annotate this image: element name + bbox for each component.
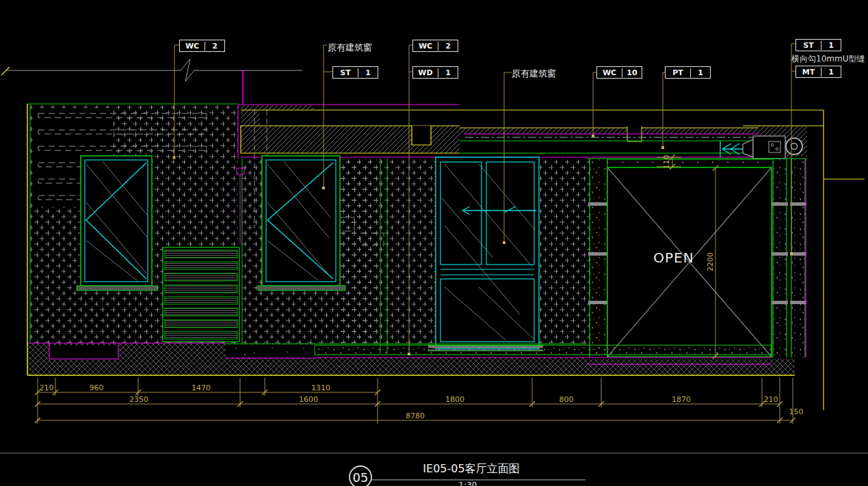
dim-210-left: 210	[40, 383, 54, 392]
dim-1470: 1470	[192, 383, 211, 392]
tag-pt1: PT1	[665, 66, 711, 79]
tag-st1-left: ST1	[332, 66, 378, 79]
note-existing-window-mid: 原有建筑窗	[512, 68, 556, 80]
dim-800: 800	[560, 395, 574, 404]
drawing-scale: 1:30	[459, 481, 477, 486]
stone-pillar-right	[772, 159, 806, 357]
stone-base-strip	[315, 345, 772, 355]
curtain-box	[460, 126, 787, 157]
note-groove: 横向勾10mmU型缝	[791, 53, 865, 65]
window-sill	[77, 286, 157, 291]
open-label: OPEN	[653, 249, 694, 266]
dim-1310: 1310	[311, 383, 330, 392]
tag-st1-right: ST1	[795, 39, 841, 51]
stone-pillar-left	[588, 159, 609, 357]
window-2	[258, 156, 345, 291]
cad-elevation-canvas: WC2 ST1 WC2 WD1 WC10 PT1 ST1 MT1 原有建筑窗 原…	[0, 0, 868, 486]
tag-wd1: WD1	[412, 66, 458, 79]
window-3	[428, 157, 544, 351]
tag-wc2-left: WC2	[179, 40, 225, 52]
dim-110-vertical: 110	[662, 155, 671, 170]
dim-1800: 1800	[445, 395, 464, 404]
window-1	[77, 156, 157, 291]
dim-960: 960	[90, 383, 104, 392]
dim-8780: 8780	[406, 411, 425, 420]
right-structure	[824, 110, 865, 410]
tag-mt1: MT1	[795, 66, 841, 78]
drawing-title: IE05-05客厅立面图	[423, 462, 519, 476]
tag-wc2-mid: WC2	[412, 40, 458, 52]
dim-2350: 2350	[129, 395, 148, 404]
louver-panel	[163, 247, 239, 342]
break-line	[7, 59, 302, 81]
skirting-recess	[49, 345, 118, 359]
tag-wc10: WC10	[596, 66, 642, 79]
dim-210-right: 210	[764, 395, 778, 404]
note-existing-window-left: 原有建筑窗	[328, 42, 372, 54]
dim-1600: 1600	[299, 395, 318, 404]
detail-number: 05	[353, 470, 369, 485]
dim-1870: 1870	[672, 395, 691, 404]
window-sill	[258, 286, 345, 291]
dim-150: 150	[789, 407, 804, 416]
dim-2200-vertical: 2200	[706, 252, 715, 271]
